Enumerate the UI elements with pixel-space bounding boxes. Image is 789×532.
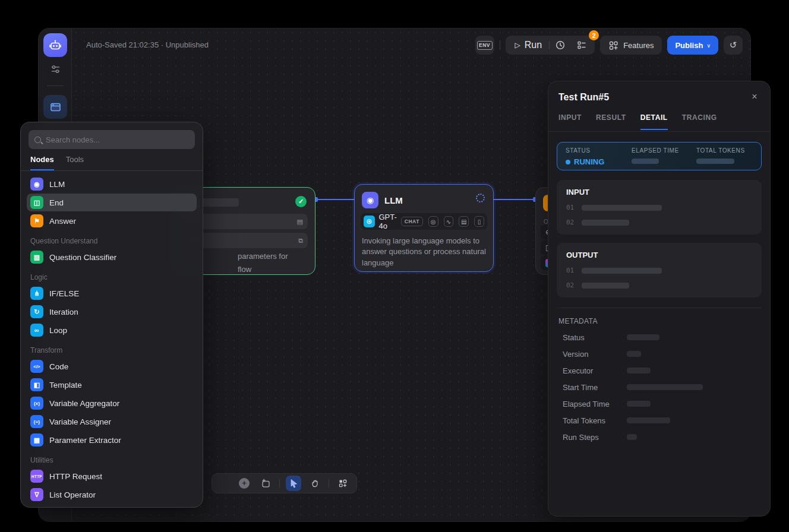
run-history-button[interactable] <box>550 36 571 55</box>
hand-tool-button[interactable] <box>307 476 323 491</box>
line-number: 01 <box>566 204 574 211</box>
node-item-question-classifier[interactable]: ▥Question Classifier <box>27 248 197 266</box>
node-item-end[interactable]: ◫End <box>27 194 197 211</box>
add-node-button[interactable]: + <box>236 476 252 491</box>
answer-icon: ⚑ <box>30 214 43 227</box>
if-else-icon: ⋔ <box>30 287 43 300</box>
tab-detail[interactable]: DETAIL <box>640 113 668 130</box>
vision-icon: ◎ <box>428 216 438 227</box>
divider <box>557 308 762 308</box>
features-button[interactable]: Features <box>600 36 662 55</box>
play-icon: ▷ <box>515 41 520 49</box>
success-check-icon: ✓ <box>295 196 307 207</box>
input-title: INPUT <box>566 188 752 197</box>
autosave-status: Auto-Saved 21:02:35 · Unpublished <box>86 40 209 49</box>
model-selector[interactable]: ⊛ GPT-4o CHAT ◎ ∿ ▤ ▯ <box>361 213 487 230</box>
question-classifier-icon: ▥ <box>30 251 43 264</box>
divider <box>329 479 329 487</box>
run-button-group: ▷ Run 2 <box>506 36 595 55</box>
node-item-llm[interactable]: ◉LLM <box>27 175 197 193</box>
end-icon: ◫ <box>30 196 43 209</box>
node-item-variable-assigner[interactable]: {=}Variable Assigner <box>27 413 197 430</box>
tab-result[interactable]: RESULT <box>596 113 626 130</box>
metadata-row: Run Steps <box>557 429 762 445</box>
llm-node[interactable]: ◉ LLM ⊛ GPT-4o CHAT ◎ ∿ ▤ ▯ Invoking lar… <box>354 184 494 272</box>
line-number: 02 <box>566 281 574 289</box>
tab-input[interactable]: INPUT <box>558 113 582 130</box>
status-card: STATUS RUNING ELAPSED TIME TOTAL TOKENS <box>557 142 762 170</box>
total-tokens-label: TOTAL TOKENS <box>696 147 745 154</box>
search-box[interactable] <box>29 130 195 149</box>
organize-nodes-button[interactable] <box>335 476 351 491</box>
checklist-button[interactable] <box>571 36 592 55</box>
node-item-code[interactable]: </>Code <box>27 357 197 375</box>
chevron-down-icon: ∨ <box>706 43 711 49</box>
env-button[interactable]: ENV <box>475 36 494 55</box>
edge-start-to-llm <box>315 199 354 200</box>
search-input[interactable] <box>46 135 189 144</box>
skeleton-bar <box>627 351 641 357</box>
metadata-row: Status <box>557 329 762 346</box>
tab-tracing[interactable]: TRACING <box>682 113 717 130</box>
add-note-button[interactable] <box>258 476 273 491</box>
preferences-button[interactable] <box>46 59 65 78</box>
app-logo[interactable] <box>43 33 67 57</box>
skeleton-bar <box>582 268 662 274</box>
panel-toggle-button[interactable] <box>43 95 67 119</box>
node-list: ◉LLM ◫End ⚑Answer Question Understand ▥Q… <box>21 171 203 508</box>
features-label: Features <box>623 41 654 50</box>
add-note-icon <box>261 479 271 489</box>
node-search-panel: Nodes Tools ◉LLM ◫End ⚑Answer Question U… <box>20 122 203 508</box>
output-title: OUTPUT <box>566 251 752 259</box>
notification-badge[interactable]: 2 <box>589 30 599 40</box>
status-label: STATUS <box>566 147 632 154</box>
node-item-if-else[interactable]: ⋔IF/ELSE <box>27 284 197 302</box>
skeleton-bar <box>627 368 651 373</box>
publish-button[interactable]: Publish ∨ <box>667 36 718 55</box>
sliders-icon <box>51 64 61 74</box>
skeleton-bar <box>627 384 703 390</box>
loop-icon: ∞ <box>30 324 43 337</box>
node-item-list-operator[interactable]: ∇List Operator <box>27 486 197 504</box>
metadata-row: Total Tokens <box>557 412 762 429</box>
pointer-tool-button[interactable] <box>286 476 301 491</box>
skeleton-bar <box>582 220 629 226</box>
skeleton-bar <box>632 159 659 164</box>
organize-icon <box>338 479 348 488</box>
variable-aggregator-icon: {x} <box>30 397 43 410</box>
start-node-description-line: flow <box>238 265 251 274</box>
status-dot-icon <box>566 160 570 164</box>
model-name: GPT-4o <box>379 213 397 230</box>
skeleton-bar <box>582 205 662 211</box>
node-item-iteration[interactable]: ↻Iteration <box>27 303 197 321</box>
http-icon: HTTP <box>30 470 43 483</box>
image-icon: ▤ <box>459 216 469 227</box>
status-value: RUNING <box>574 157 604 166</box>
node-item-variable-aggregator[interactable]: {x}Variable Aggregator <box>27 394 197 412</box>
tab-tools[interactable]: Tools <box>66 155 84 170</box>
node-item-answer[interactable]: ⚑Answer <box>27 212 197 230</box>
plus-circle-icon: + <box>239 478 250 489</box>
tab-nodes[interactable]: Nodes <box>30 155 54 170</box>
window-panel-icon <box>49 101 62 113</box>
model-provider-icon: ⊛ <box>364 216 375 227</box>
section-header: Question Understand <box>27 230 197 248</box>
audio-icon: ∿ <box>444 216 454 227</box>
close-button[interactable]: × <box>747 90 762 104</box>
run-button[interactable]: ▷ Run <box>508 36 550 55</box>
llm-node-title: LLM <box>384 195 403 205</box>
start-node-description-line: parameters for <box>238 252 288 261</box>
run-panel-tabs: INPUT RESULT DETAIL TRACING <box>558 113 717 130</box>
node-item-loop[interactable]: ∞Loop <box>27 321 197 339</box>
node-item-http-request[interactable]: HTTPHTTP Request <box>27 467 197 485</box>
code-icon: </> <box>30 360 43 373</box>
skeleton-bar <box>582 283 629 289</box>
node-item-template[interactable]: ◧Template <box>27 376 197 394</box>
loading-spinner-icon <box>476 194 485 202</box>
panel-tabs: Nodes Tools <box>21 149 203 171</box>
version-history-button[interactable]: ↺ <box>724 36 743 55</box>
elapsed-time-label: ELAPSED TIME <box>632 147 696 154</box>
node-item-parameter-extractor[interactable]: ▦Parameter Extractor <box>27 431 197 449</box>
llm-node-icon: ◉ <box>362 192 378 208</box>
metadata-rows: Status Version Executor Start Time Elaps… <box>557 329 762 445</box>
